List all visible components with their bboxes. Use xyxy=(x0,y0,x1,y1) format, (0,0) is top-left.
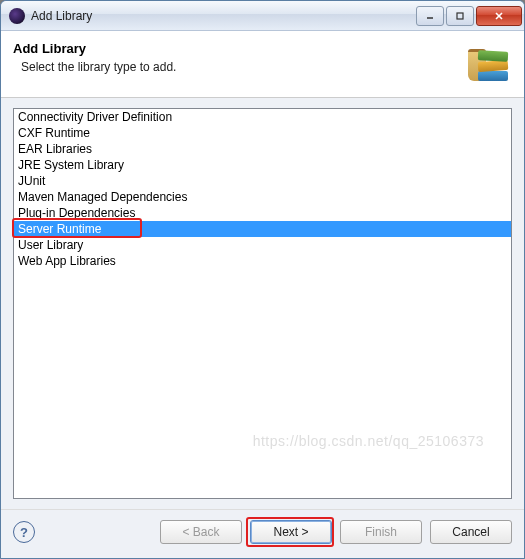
content-area: Connectivity Driver DefinitionCXF Runtim… xyxy=(1,98,524,509)
library-type-list[interactable]: Connectivity Driver DefinitionCXF Runtim… xyxy=(13,108,512,499)
finish-button[interactable]: Finish xyxy=(340,520,422,544)
library-icon xyxy=(464,41,512,89)
back-button[interactable]: < Back xyxy=(160,520,242,544)
button-bar: ? < Back Next > Finish Cancel xyxy=(1,509,524,558)
titlebar[interactable]: Add Library xyxy=(1,1,524,31)
close-button[interactable] xyxy=(476,6,522,26)
list-item[interactable]: User Library xyxy=(14,237,511,253)
maximize-button[interactable] xyxy=(446,6,474,26)
page-subtitle: Select the library type to add. xyxy=(13,60,464,74)
list-item[interactable]: Plug-in Dependencies xyxy=(14,205,511,221)
list-item[interactable]: EAR Libraries xyxy=(14,141,511,157)
svg-rect-1 xyxy=(457,13,463,19)
wizard-header: Add Library Select the library type to a… xyxy=(1,31,524,98)
list-item[interactable]: Connectivity Driver Definition xyxy=(14,109,511,125)
cancel-button[interactable]: Cancel xyxy=(430,520,512,544)
next-button[interactable]: Next > xyxy=(250,520,332,544)
eclipse-icon xyxy=(9,8,25,24)
list-item[interactable]: Web App Libraries xyxy=(14,253,511,269)
minimize-button[interactable] xyxy=(416,6,444,26)
window-controls xyxy=(416,6,522,26)
list-item[interactable]: Maven Managed Dependencies xyxy=(14,189,511,205)
help-icon[interactable]: ? xyxy=(13,521,35,543)
list-item[interactable]: CXF Runtime xyxy=(14,125,511,141)
list-item[interactable]: Server Runtime xyxy=(14,221,511,237)
list-item[interactable]: JUnit xyxy=(14,173,511,189)
dialog-window: Add Library Add Library Select the libra… xyxy=(0,0,525,559)
list-item[interactable]: JRE System Library xyxy=(14,157,511,173)
window-title: Add Library xyxy=(31,9,416,23)
page-title: Add Library xyxy=(13,41,464,56)
